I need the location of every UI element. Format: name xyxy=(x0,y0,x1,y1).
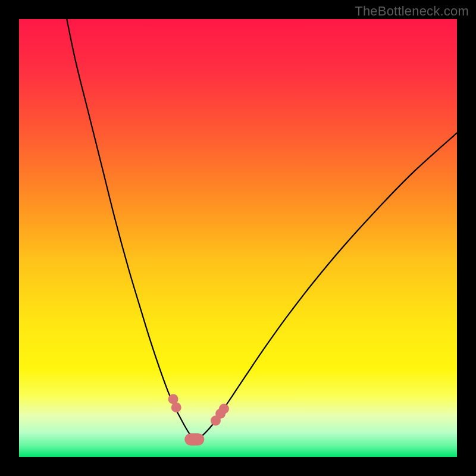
watermark-text: TheBottleneck.com xyxy=(355,4,469,19)
highlight-dot xyxy=(171,402,181,412)
plot-area xyxy=(19,19,457,457)
highlight-dot xyxy=(219,404,229,414)
trough-marker xyxy=(184,433,204,446)
plot-svg xyxy=(19,19,457,457)
chart-frame: TheBottleneck.com xyxy=(0,0,476,476)
gradient-background xyxy=(19,19,457,457)
